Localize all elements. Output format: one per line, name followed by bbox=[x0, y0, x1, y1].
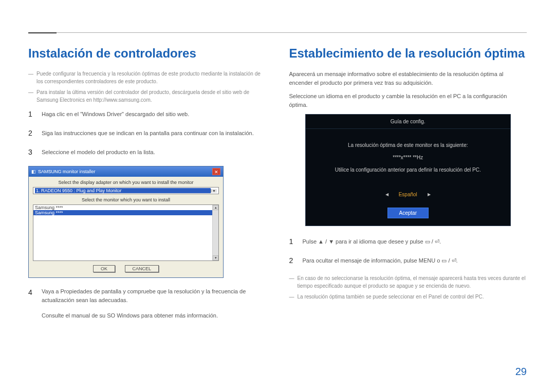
step-item: 1 Pulse ▲ / ▼ para ir al idioma que dese… bbox=[289, 236, 527, 247]
dash-icon: ― bbox=[289, 293, 294, 301]
note-text: Puede configurar la frecuencia y la reso… bbox=[36, 70, 266, 85]
dialog-body: Select the display adapter on which you … bbox=[29, 177, 223, 277]
osd-body: La resolución óptima de este monitor es … bbox=[306, 129, 510, 181]
list-item[interactable]: Samsung **** bbox=[33, 210, 218, 215]
step-number: 2 bbox=[28, 128, 34, 139]
osd-resolution: ****x**** **Hz bbox=[316, 152, 500, 164]
dialog-title: SAMSUNG monitor installer bbox=[36, 169, 212, 174]
step-item: 2 Para ocultar el mensaje de información… bbox=[289, 255, 527, 266]
adapter-combo[interactable]: 1. RADEON 9550 : Plug and Play Monitor ▼ bbox=[33, 187, 219, 194]
header-accent bbox=[28, 32, 57, 33]
note-text: La resolución óptima también se puede se… bbox=[298, 293, 484, 301]
header-rule bbox=[28, 32, 527, 33]
step-text: Seleccione el modelo del producto en la … bbox=[42, 147, 155, 158]
page-content: Instalación de controladores ― Puede con… bbox=[0, 0, 555, 344]
note-item: ― Para instalar la última versión del co… bbox=[28, 88, 266, 104]
close-icon[interactable]: ✕ bbox=[212, 168, 220, 175]
dash-icon: ― bbox=[28, 70, 33, 85]
step-number: 1 bbox=[289, 236, 295, 247]
step-item: 4 Vaya a Propiedades de pantalla y compr… bbox=[28, 287, 266, 320]
intro-text: Seleccione un idioma en el producto y ca… bbox=[289, 92, 527, 109]
chevron-down-icon[interactable]: ▼ bbox=[211, 189, 217, 193]
step-text: Siga las instrucciones que se indican en… bbox=[42, 128, 254, 139]
osd-line: La resolución óptima de este monitor es … bbox=[316, 139, 500, 152]
dialog-label: Select the monitor which you want to ins… bbox=[33, 197, 219, 202]
dialog-label: Select the display adapter on which you … bbox=[33, 180, 219, 185]
step-number: 4 bbox=[28, 287, 34, 320]
list-item[interactable]: Samsung **** bbox=[33, 205, 218, 210]
note-item: ― En caso de no seleccionarse la resoluc… bbox=[289, 274, 527, 290]
step-text: Vaya a Propiedades de pantalla y comprue… bbox=[42, 287, 246, 303]
osd-accept-button[interactable]: Aceptar bbox=[387, 208, 429, 218]
osd-language-selector: ◀ Español ▶ bbox=[306, 192, 510, 197]
step-number: 3 bbox=[28, 147, 34, 158]
steps-list: 1 Pulse ▲ / ▼ para ir al idioma que dese… bbox=[289, 236, 527, 266]
step-item: 1 Haga clic en el "Windows Driver" desca… bbox=[28, 109, 266, 120]
arrow-left-icon[interactable]: ◀ bbox=[385, 192, 388, 197]
scrollbar[interactable]: ▴ ▾ bbox=[212, 205, 218, 260]
note-item: ― Puede configurar la frecuencia y la re… bbox=[28, 70, 266, 85]
ok-button[interactable]: OK bbox=[93, 265, 115, 272]
scroll-up-icon[interactable]: ▴ bbox=[213, 205, 218, 210]
dialog-icon: ◧ bbox=[31, 169, 36, 174]
dialog-buttons: OK CANCEL bbox=[33, 261, 219, 274]
heading-left: Instalación de controladores bbox=[28, 46, 266, 61]
steps-list: 1 Haga clic en el "Windows Driver" desca… bbox=[28, 109, 266, 158]
installer-dialog: ◧ SAMSUNG monitor installer ✕ Select the… bbox=[28, 166, 224, 278]
step-number: 2 bbox=[289, 255, 295, 266]
note-text: En caso de no seleccionarse la resolució… bbox=[298, 274, 527, 290]
dash-icon: ― bbox=[28, 88, 33, 104]
step-text: Para ocultar el mensaje de información, … bbox=[303, 255, 458, 266]
dialog-titlebar: ◧ SAMSUNG monitor installer ✕ bbox=[29, 166, 223, 177]
monitor-listbox[interactable]: Samsung **** Samsung **** ▴ ▾ bbox=[33, 204, 219, 261]
osd-line: Utilice la configuración anterior para d… bbox=[316, 164, 500, 176]
intro-text: Aparecerá un mensaje informativo sobre e… bbox=[289, 70, 527, 87]
step-extra: Consulte el manual de su SO Windows para… bbox=[42, 311, 218, 319]
heading-right: Establecimiento de la resolución óptima bbox=[289, 46, 527, 61]
osd-title: Guía de config. bbox=[306, 115, 510, 128]
step-item: 3 Seleccione el modelo del producto en l… bbox=[28, 147, 266, 158]
osd-language: Español bbox=[399, 192, 417, 197]
step-text: Haga clic en el "Windows Driver" descarg… bbox=[42, 109, 189, 120]
right-column: Establecimiento de la resolución óptima … bbox=[289, 23, 527, 328]
combo-value: 1. RADEON 9550 : Plug and Play Monitor bbox=[35, 188, 211, 193]
step-text: Pulse ▲ / ▼ para ir al idioma que desee … bbox=[303, 236, 441, 247]
note-item: ― La resolución óptima también se puede … bbox=[289, 293, 527, 301]
page-number: 29 bbox=[515, 366, 527, 378]
dash-icon: ― bbox=[289, 274, 294, 290]
step-item: 2 Siga las instrucciones que se indican … bbox=[28, 128, 266, 139]
cancel-button[interactable]: CANCEL bbox=[125, 265, 159, 272]
osd-panel: Guía de config. La resolución óptima de … bbox=[305, 114, 511, 226]
arrow-right-icon[interactable]: ▶ bbox=[428, 192, 431, 197]
step-number: 1 bbox=[28, 109, 34, 120]
left-column: Instalación de controladores ― Puede con… bbox=[28, 23, 266, 328]
step-body: Vaya a Propiedades de pantalla y comprue… bbox=[42, 287, 266, 320]
scroll-down-icon[interactable]: ▾ bbox=[213, 255, 218, 260]
note-text: Para instalar la última versión del cont… bbox=[36, 88, 266, 104]
